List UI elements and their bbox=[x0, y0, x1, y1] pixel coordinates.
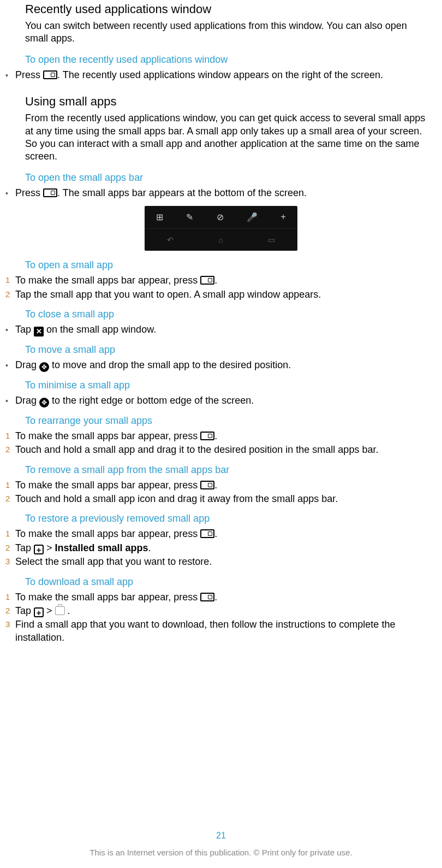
step-text: Find a small app that you want to downlo… bbox=[15, 618, 427, 644]
bullet-marker: • bbox=[5, 323, 15, 335]
step-number: 2 bbox=[5, 542, 15, 553]
sub-move-small: To move a small app bbox=[25, 344, 427, 356]
step-number: 2 bbox=[5, 444, 15, 455]
sub-rearrange: To rearrange your small apps bbox=[25, 415, 427, 427]
back-icon: ↶ bbox=[167, 235, 174, 244]
step-number: 2 bbox=[5, 288, 15, 300]
bullet-marker: • bbox=[5, 69, 15, 80]
plus-icon: + bbox=[34, 545, 44, 554]
step-text: To make the small apps bar appear, press… bbox=[15, 591, 427, 604]
recent-icon: ▭ bbox=[268, 235, 275, 244]
recent-apps-icon bbox=[200, 432, 214, 440]
heading-small-apps: Using small apps bbox=[25, 95, 427, 109]
step-text: Touch and hold a small app icon and drag… bbox=[15, 493, 427, 505]
bullet-marker: • bbox=[5, 394, 15, 406]
small-apps-bar-image: ⊞ ✎ ⊘ 🎤 + ↶ ⌂ ▭ bbox=[15, 206, 427, 251]
home-icon: ⌂ bbox=[218, 235, 223, 244]
page-number: 21 bbox=[0, 831, 442, 841]
mic-icon: 🎤 bbox=[247, 212, 258, 222]
recent-apps-icon bbox=[200, 593, 214, 601]
step-number: 1 bbox=[5, 430, 15, 441]
footer-text: This is an Internet version of this publ… bbox=[0, 848, 442, 857]
shopping-bag-icon bbox=[55, 606, 65, 615]
recent-apps-icon bbox=[43, 70, 57, 79]
grid-icon: ⊞ bbox=[156, 212, 163, 222]
recent-apps-icon bbox=[200, 481, 214, 489]
bullet-marker: • bbox=[5, 359, 15, 370]
step-number: 2 bbox=[5, 605, 15, 616]
bullet-marker: • bbox=[5, 187, 15, 198]
step-number: 1 bbox=[5, 528, 15, 539]
plus-icon: + bbox=[34, 607, 44, 617]
step-text: To make the small apps bar appear, press… bbox=[15, 528, 427, 540]
sub-open-recent: To open the recently used applications w… bbox=[25, 54, 427, 66]
step-number: 1 bbox=[5, 591, 15, 603]
move-icon: ✥ bbox=[39, 398, 49, 408]
block-icon: ⊘ bbox=[217, 212, 224, 222]
plus-icon: + bbox=[280, 212, 285, 222]
step-text: Select the small app that you want to re… bbox=[15, 556, 427, 568]
move-icon: ✥ bbox=[39, 362, 49, 372]
step-open-recent: Press . The recently used applications w… bbox=[15, 69, 427, 81]
recent-apps-icon bbox=[200, 276, 214, 285]
step-open-bar: Press . The small apps bar appears at th… bbox=[15, 187, 427, 199]
step-text: Tap + > Installed small apps. bbox=[15, 542, 427, 554]
step-number: 3 bbox=[5, 556, 15, 567]
step-number: 3 bbox=[5, 618, 15, 630]
recent-apps-icon bbox=[43, 188, 57, 197]
step-text: Drag ✥ to the right edge or bottom edge … bbox=[15, 394, 427, 408]
pencil-icon: ✎ bbox=[186, 212, 193, 222]
step-text: To make the small apps bar appear, press… bbox=[15, 274, 427, 287]
sub-download: To download a small app bbox=[25, 576, 427, 588]
sub-open-small: To open a small app bbox=[25, 259, 427, 271]
step-text: To make the small apps bar appear, press… bbox=[15, 479, 427, 492]
step-text: Touch and hold a small app and drag it t… bbox=[15, 444, 427, 456]
step-text: To make the small apps bar appear, press… bbox=[15, 430, 427, 442]
sub-min-small: To minimise a small app bbox=[25, 380, 427, 391]
step-number: 1 bbox=[5, 274, 15, 286]
para-small-apps: From the recently used applications wind… bbox=[25, 112, 427, 163]
sub-remove: To remove a small app from the small app… bbox=[25, 464, 427, 476]
step-text: Tap the small app that you want to open.… bbox=[15, 288, 427, 301]
para-recent-apps: You can switch between recently used app… bbox=[25, 20, 427, 45]
sub-restore: To restore a previously removed small ap… bbox=[25, 513, 427, 524]
step-text: Tap + > . bbox=[15, 605, 427, 617]
step-text: Drag ✥ to move and drop the small app to… bbox=[15, 359, 427, 372]
heading-recent-apps: Recently used applications window bbox=[25, 2, 427, 16]
sub-open-bar: To open the small apps bar bbox=[25, 172, 427, 184]
sub-close-small: To close a small app bbox=[25, 309, 427, 320]
recent-apps-icon bbox=[200, 529, 214, 538]
step-number: 1 bbox=[5, 479, 15, 491]
step-number: 2 bbox=[5, 493, 15, 504]
step-text: Tap ✕ on the small app window. bbox=[15, 323, 427, 336]
close-icon: ✕ bbox=[34, 327, 44, 336]
